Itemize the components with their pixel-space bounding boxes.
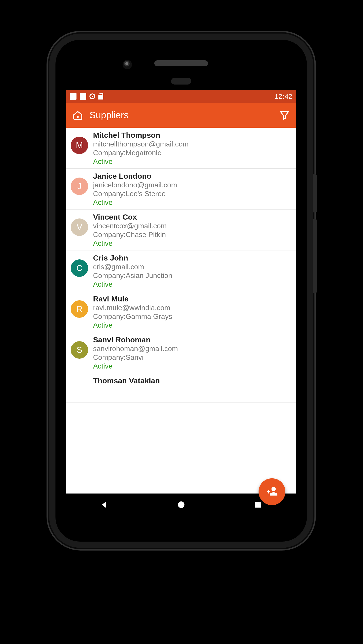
clock-time: 12:42 — [275, 92, 292, 100]
supplier-company: Company:Asian Junction — [93, 272, 292, 280]
svg-point-0 — [77, 116, 79, 118]
supplier-email: mitchellthompson@gmail.com — [93, 140, 292, 148]
supplier-company: Company:Sanvi — [93, 353, 292, 362]
phone-camera — [122, 60, 132, 69]
company-label: Company: — [93, 149, 126, 157]
supplier-row-body: Cris Johncris@gmail.comCompany:Asian Jun… — [93, 254, 292, 288]
svg-rect-3 — [255, 502, 261, 508]
company-label: Company: — [93, 353, 126, 361]
side-button — [313, 219, 317, 293]
supplier-row[interactable]: CCris Johncris@gmail.comCompany:Asian Ju… — [66, 250, 296, 291]
supplier-row[interactable]: MMitchel Thompsonmitchellthompson@gmail.… — [66, 128, 296, 168]
phone-bezel: 12:42 Suppliers MMitchel Thompsonmitchel… — [56, 40, 307, 542]
supplier-status: Active — [93, 362, 292, 370]
supplier-company: Company:Megatronic — [93, 149, 292, 157]
phone-speaker — [154, 60, 208, 66]
status-bar-left — [70, 93, 103, 100]
add-supplier-button[interactable] — [258, 478, 286, 505]
home-icon[interactable] — [72, 109, 84, 122]
add-person-icon — [266, 485, 278, 499]
side-button — [313, 174, 317, 212]
supplier-row-body: Thomsan Vatakian — [93, 376, 292, 385]
supplier-name: Cris John — [93, 254, 292, 262]
status-indicator-icon — [80, 93, 86, 100]
supplier-name: Mitchel Thompson — [93, 131, 292, 140]
supplier-status: Active — [93, 239, 292, 248]
supplier-row[interactable]: VVincent Coxvincentcox@gmail.comCompany:… — [66, 210, 296, 250]
supplier-row[interactable]: TThomsan Vatakian — [66, 373, 296, 402]
back-button[interactable] — [98, 498, 111, 512]
phone-sensor — [171, 78, 191, 84]
screen: 12:42 Suppliers MMitchel Thompsonmitchel… — [66, 90, 296, 516]
sd-card-icon — [98, 93, 103, 100]
company-label: Company: — [93, 272, 126, 280]
supplier-name: Sanvi Rohoman — [93, 336, 292, 344]
phone-frame: 12:42 Suppliers MMitchel Thompsonmitchel… — [49, 34, 313, 548]
company-value: Sanvi — [126, 353, 144, 361]
avatar: M — [71, 137, 88, 154]
supplier-company: Company:Leo's Stereo — [93, 190, 292, 198]
company-value: Asian Junction — [126, 272, 172, 280]
filter-icon[interactable] — [278, 109, 291, 122]
supplier-name: Janice Londono — [93, 172, 292, 180]
page-title: Suppliers — [90, 110, 273, 120]
supplier-row[interactable]: RRavi Muleravi.mule@wwindia.comCompany:G… — [66, 291, 296, 332]
supplier-row[interactable]: SSanvi Rohomansanvirohoman@gmail.comComp… — [66, 332, 296, 373]
supplier-email: cris@gmail.com — [93, 263, 292, 271]
supplier-email: vincentcox@gmail.com — [93, 222, 292, 230]
company-label: Company: — [93, 312, 126, 320]
company-label: Company: — [93, 230, 126, 238]
avatar: J — [71, 178, 88, 195]
supplier-status: Active — [93, 198, 292, 206]
status-bar: 12:42 — [66, 90, 296, 103]
status-bar-right: 12:42 — [268, 92, 292, 100]
company-value: Leo's Stereo — [126, 190, 166, 198]
supplier-row-body: Janice Londonojanicelondono@gmail.comCom… — [93, 172, 292, 206]
home-button[interactable] — [174, 498, 188, 512]
supplier-company: Company:Gamma Grays — [93, 312, 292, 321]
supplier-row-body: Ravi Muleravi.mule@wwindia.comCompany:Ga… — [93, 294, 292, 330]
svg-point-2 — [178, 501, 184, 508]
supplier-status: Active — [93, 158, 292, 166]
supplier-row[interactable]: JJanice Londonojanicelondono@gmail.comCo… — [66, 168, 296, 210]
supplier-email: sanvirohoman@gmail.com — [93, 344, 292, 353]
supplier-name: Thomsan Vatakian — [93, 376, 292, 385]
svg-point-1 — [272, 487, 276, 491]
company-value: Megatronic — [126, 149, 161, 157]
supplier-name: Ravi Mule — [93, 294, 292, 303]
avatar: S — [71, 341, 88, 359]
record-icon — [90, 94, 95, 99]
supplier-name: Vincent Cox — [93, 213, 292, 222]
status-indicator-icon — [70, 93, 76, 100]
supplier-list[interactable]: MMitchel Thompsonmitchellthompson@gmail.… — [66, 128, 296, 494]
supplier-row-body: Vincent Coxvincentcox@gmail.comCompany:C… — [93, 213, 292, 248]
company-value: Gamma Grays — [126, 312, 172, 320]
supplier-row-body: Sanvi Rohomansanvirohoman@gmail.comCompa… — [93, 336, 292, 370]
avatar: V — [71, 218, 88, 236]
avatar: C — [71, 260, 88, 277]
supplier-email: janicelondono@gmail.com — [93, 181, 292, 189]
app-bar: Suppliers — [66, 103, 296, 128]
company-value: Chase Pitkin — [126, 230, 166, 238]
avatar: R — [71, 300, 88, 318]
supplier-email: ravi.mule@wwindia.com — [93, 304, 292, 312]
supplier-status: Active — [93, 280, 292, 288]
supplier-row-body: Mitchel Thompsonmitchellthompson@gmail.c… — [93, 131, 292, 166]
supplier-status: Active — [93, 321, 292, 330]
company-label: Company: — [93, 190, 126, 198]
supplier-company: Company:Chase Pitkin — [93, 230, 292, 239]
stage: 12:42 Suppliers MMitchel Thompsonmitchel… — [0, 0, 363, 644]
